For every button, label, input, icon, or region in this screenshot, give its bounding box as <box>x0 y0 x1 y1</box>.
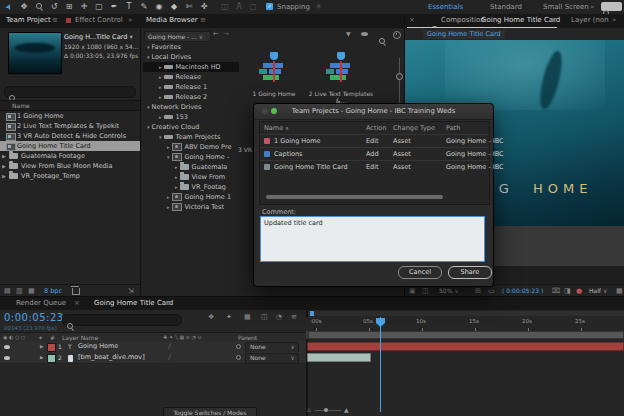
project-item[interactable]: 3 VR Auto Detect & Hide Controls <box>0 131 140 141</box>
composition-panel-menu-icon[interactable]: ≡ <box>551 14 557 27</box>
toggle-switches-modes-button[interactable]: Toggle Switches / Modes <box>163 407 257 416</box>
parent-dropdown[interactable]: None∨ <box>245 353 299 364</box>
tree-item-network-drives[interactable]: ▾Network Drives <box>143 102 239 112</box>
tree-item-abv-demo-pre[interactable]: ▸ABV Demo Pre <box>143 142 239 152</box>
parent-pickwhip-icon[interactable] <box>236 344 241 349</box>
team-project-panel-menu-icon[interactable]: ≡ <box>52 14 58 27</box>
tree-item-victoria-test[interactable]: ▸Victoria Test <box>143 202 239 212</box>
media-item-label[interactable]: 2 Live Text Templates &... <box>303 90 379 104</box>
expand-caret-icon[interactable]: ▸ <box>159 84 162 90</box>
tree-item-release[interactable]: ▸Release <box>143 72 239 82</box>
media-source-dropdown[interactable]: Going Home - ... ∨ <box>144 31 211 42</box>
collapse-caret-icon[interactable]: ▾ <box>147 54 150 60</box>
tab-layer[interactable]: Layer (non <box>571 14 609 27</box>
project-item[interactable]: ▶View From Blue Moon Media <box>0 161 140 171</box>
layer-color-swatch[interactable] <box>47 354 56 363</box>
breadcrumb-comp-name[interactable]: Going Home Title Card <box>423 30 505 39</box>
change-row[interactable]: 1 Going HomeEditAssetGoing Home - IBC <box>260 134 489 148</box>
expand-caret-icon[interactable]: ▸ <box>167 204 170 210</box>
tree-item-local-drives[interactable]: ▾Local Drives <box>143 52 239 62</box>
tree-item-release-2[interactable]: ▸Release 2 <box>143 92 239 102</box>
name-column-header[interactable]: Name <box>0 100 140 111</box>
workspace-essentials[interactable]: Essentials <box>428 0 463 14</box>
tree-item-creative-cloud[interactable]: ▾Creative Cloud <box>143 122 239 132</box>
tab-team-project[interactable]: Team Project <box>6 14 51 27</box>
preview-eye-icon[interactable] <box>361 32 368 36</box>
expand-caret-icon[interactable]: ▸ <box>159 74 162 80</box>
horizontal-scrollbar[interactable] <box>266 195 443 199</box>
tree-item-vr-footag[interactable]: ▸VR_Footag <box>143 182 239 192</box>
eraser-tool-icon[interactable]: ◆ <box>167 0 181 14</box>
expand-arrow-icon[interactable]: ▶ <box>2 151 6 161</box>
cancel-button[interactable]: Cancel <box>398 266 442 279</box>
composition-mini-flowchart-icon[interactable]: ❖ <box>208 313 214 321</box>
expand-caret-icon[interactable]: ▸ <box>167 144 170 150</box>
timeline-nav-strip[interactable] <box>308 311 624 316</box>
column-name[interactable]: Name ∧ <box>264 124 289 132</box>
back-arrow-icon[interactable]: ← <box>213 30 219 38</box>
timeline-zoom-slider-knob[interactable] <box>324 408 328 412</box>
trash-icon[interactable] <box>72 288 80 295</box>
twirl-arrow-icon[interactable]: ▶ <box>40 341 43 352</box>
tab-effect-controls[interactable]: Effect Control <box>75 14 123 27</box>
twirl-arrow-icon[interactable]: ▶ <box>40 352 43 363</box>
eye-icon[interactable] <box>4 356 10 360</box>
work-area-bar[interactable] <box>306 331 624 339</box>
expand-caret-icon[interactable]: ▸ <box>159 64 162 70</box>
tree-item-guatemala[interactable]: ▸Guatemala <box>143 162 239 172</box>
share-button[interactable]: Share <box>448 266 492 279</box>
type-tool-icon[interactable]: T <box>122 0 136 14</box>
collapse-caret-icon[interactable]: ▾ <box>147 44 150 50</box>
comp-tabs-overflow-chevron[interactable]: » <box>612 14 616 27</box>
layer-bar-1[interactable] <box>307 342 624 351</box>
filter-icon[interactable]: ▼ <box>346 30 351 37</box>
current-timecode[interactable]: 0:00:05:23 <box>4 312 64 323</box>
layer-bar-2[interactable] <box>307 353 371 362</box>
tree-item-going-home-[interactable]: ▾Going Home - <box>143 152 239 162</box>
tab-timeline-comp[interactable]: Going Home Title Card <box>94 297 173 310</box>
project-item[interactable]: ▶Guatemala Footage <box>0 151 140 161</box>
tree-item-team-projects[interactable]: ▾Team Projects <box>143 132 239 142</box>
expand-caret-icon[interactable]: ▸ <box>175 174 178 180</box>
hand-tool-icon[interactable]: ✥ <box>17 0 31 14</box>
collapse-caret-icon[interactable]: ▾ <box>167 154 170 160</box>
shape-tool-icon[interactable]: ▢ <box>92 0 106 14</box>
tree-item-going-home-1[interactable]: ▸Going Home 1 <box>143 192 239 202</box>
tree-item-favorites[interactable]: ▾Favorites <box>143 42 239 52</box>
preview-comp-name[interactable]: Going H...Title Card ▾ <box>64 33 133 41</box>
snap-option-icon[interactable]: ✳ <box>312 0 326 14</box>
column-action[interactable]: Action <box>366 124 386 132</box>
zoom-tool-icon[interactable] <box>32 0 46 14</box>
tab-media-browser[interactable]: Media Browser <box>146 14 198 27</box>
expand-caret-icon[interactable]: ▸ <box>167 194 170 200</box>
draft-3d-icon[interactable]: ✦ <box>226 313 232 321</box>
workspace-overflow-chevron[interactable]: » <box>590 0 594 14</box>
time-ruler[interactable]: :00s05s10s15s20s25s <box>306 317 624 332</box>
timeline-zoom-slider[interactable] <box>315 410 341 411</box>
clone-stamp-tool-icon[interactable]: ◉ <box>152 0 166 14</box>
change-row[interactable]: Going Home Title CardEditAssetGoing Home… <box>260 160 489 174</box>
column-change-type[interactable]: Change Type <box>393 124 435 132</box>
layer-name[interactable]: Going Home <box>78 341 118 352</box>
collapse-caret-icon[interactable]: ▾ <box>159 134 162 140</box>
timeline-panel-menu-icon[interactable]: ≡ <box>166 297 172 310</box>
close-tab-icon[interactable]: × <box>74 297 80 310</box>
tree-item-153[interactable]: ▸153 <box>143 112 239 122</box>
zoom-out-mountain-icon[interactable]: △ <box>307 406 311 412</box>
project-search-input[interactable] <box>4 86 136 98</box>
expand-arrow-icon[interactable]: ▶ <box>2 161 6 171</box>
tree-item-macintosh-hd[interactable]: ▸Macintosh HD <box>143 62 239 72</box>
quality-switch-icon[interactable]: ╱ <box>168 341 171 352</box>
snapping-checkbox[interactable]: ✓ <box>266 3 273 10</box>
roto-brush-tool-icon[interactable]: ✄ <box>182 0 196 14</box>
collapse-caret-icon[interactable]: ▾ <box>147 124 150 130</box>
comment-textarea[interactable] <box>260 216 485 262</box>
thumbnail-size-slider-knob[interactable] <box>396 73 403 80</box>
expand-caret-icon[interactable]: ▸ <box>159 114 162 120</box>
parent-pickwhip-icon[interactable] <box>236 355 241 360</box>
column-path[interactable]: Path <box>446 124 460 132</box>
workspace-small-screen[interactable]: Small Screen <box>543 0 589 14</box>
panel-overflow-chevron[interactable]: » <box>128 14 132 27</box>
recent-clock-icon[interactable] <box>393 31 401 39</box>
graph-editor-icon[interactable]: ≋ <box>291 313 297 321</box>
